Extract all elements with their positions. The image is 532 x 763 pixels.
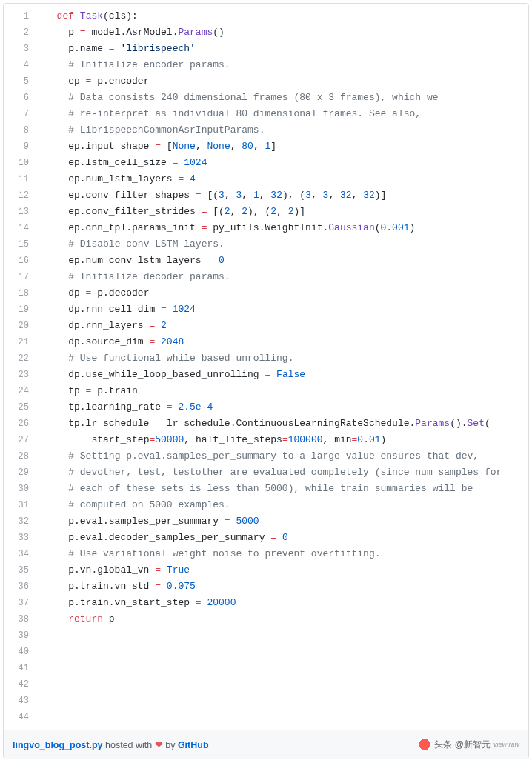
line-number[interactable]: 16 [4,253,38,269]
line-number[interactable]: 22 [4,350,38,367]
github-link[interactable]: GitHub [178,740,209,750]
line-number[interactable]: 33 [4,530,38,546]
hosted-text: hosted with [103,740,155,750]
line-number[interactable]: 13 [4,204,38,220]
code-line: dp = p.decoder [38,285,528,301]
code-line: # Data consists 240 dimensional frames (… [38,90,528,106]
code-line: tp.learning_rate = 2.5e-4 [38,399,528,416]
line-number[interactable]: 39 [4,627,38,644]
line-number[interactable]: 19 [4,301,38,318]
line-number[interactable]: 43 [4,693,38,709]
watermark: 头条 @新智元 view raw [418,738,519,751]
code-line: # re-interpret as individual 80 dimensio… [38,106,528,122]
code-line: p.eval.decoder_samples_per_summary = 0 [38,530,528,546]
line-number[interactable]: 3 [4,41,38,57]
code-line: ep = p.encoder [38,73,528,90]
line-number[interactable]: 25 [4,399,38,416]
code-line: start_step=50000, half_life_steps=100000… [38,432,528,448]
meta-left: lingvo_blog_post.py hosted with ❤ by Git… [13,739,209,750]
code-line: p.eval.samples_per_summary = 5000 [38,513,528,530]
line-number[interactable]: 17 [4,269,38,285]
line-number[interactable]: 24 [4,383,38,399]
code-area: 1234567891011121314151617181920212223242… [4,4,528,730]
line-number[interactable]: 6 [4,90,38,106]
code-line: # Initialize decoder params. [38,269,528,285]
line-number[interactable]: 41 [4,660,38,676]
watermark-small: view raw [493,741,519,748]
gist-container: 1234567891011121314151617181920212223242… [3,3,529,759]
line-number[interactable]: 8 [4,122,38,139]
filename-link[interactable]: lingvo_blog_post.py [13,740,103,750]
line-number[interactable]: 5 [4,73,38,90]
line-number[interactable]: 34 [4,546,38,562]
code-line: p.train.vn_std = 0.075 [38,579,528,595]
heart-icon: ❤ [155,740,163,750]
line-number[interactable]: 20 [4,318,38,334]
code-line: p = model.AsrModel.Params() [38,24,528,41]
code-line: # Setting p.eval.samples_per_summary to … [38,448,528,464]
line-number[interactable]: 7 [4,106,38,122]
line-number[interactable]: 31 [4,497,38,513]
line-number[interactable]: 12 [4,187,38,204]
by-text: by [163,740,178,750]
code-line: tp = p.train [38,383,528,399]
watermark-prefix: 头条 [434,739,452,751]
line-number[interactable]: 26 [4,416,38,432]
code-line: ep.conv_filter_strides = [(2, 2), (2, 2)… [38,204,528,220]
line-number[interactable]: 15 [4,236,38,253]
code-line: dp.source_dim = 2048 [38,334,528,350]
code-line: dp.rnn_layers = 2 [38,318,528,334]
line-number[interactable]: 32 [4,513,38,530]
line-number[interactable]: 27 [4,432,38,448]
line-number[interactable]: 14 [4,220,38,236]
code-line: ep.lstm_cell_size = 1024 [38,155,528,171]
line-number[interactable]: 42 [4,676,38,693]
code-line: ep.input_shape = [None, None, 80, 1] [38,139,528,155]
line-number[interactable]: 23 [4,367,38,383]
code-line: # each of these sets is less than 5000),… [38,481,528,497]
line-number[interactable]: 36 [4,579,38,595]
watermark-icon [418,738,431,751]
line-number[interactable]: 37 [4,595,38,611]
code-line: tp.lr_schedule = lr_schedule.ContinuousL… [38,416,528,432]
code-line: dp.rnn_cell_dim = 1024 [38,301,528,318]
gist-meta-bar: lingvo_blog_post.py hosted with ❤ by Git… [4,730,528,759]
code-line: ep.conv_filter_shapes = [(3, 3, 1, 32), … [38,187,528,204]
line-number[interactable]: 28 [4,448,38,464]
code-line: # devother, test, testother are evaluate… [38,464,528,481]
line-number[interactable]: 11 [4,171,38,187]
line-number[interactable]: 44 [4,709,38,725]
code-line: def Task(cls): [38,8,528,24]
code-line: # Use functional while based unrolling. [38,350,528,367]
line-number[interactable]: 29 [4,464,38,481]
code-line: # Initialize encoder params. [38,57,528,73]
code-lines: def Task(cls): p = model.AsrModel.Params… [38,4,528,730]
line-number[interactable]: 9 [4,139,38,155]
code-line: # LibrispeechCommonAsrInputParams. [38,122,528,139]
watermark-handle: @新智元 [455,739,491,751]
code-line: p.name = 'librispeech' [38,41,528,57]
line-number[interactable]: 1 [4,8,38,24]
code-line: # Use variational weight noise to preven… [38,546,528,562]
line-number[interactable]: 40 [4,644,38,660]
line-number[interactable]: 21 [4,334,38,350]
line-number[interactable]: 10 [4,155,38,171]
line-number[interactable]: 2 [4,24,38,41]
code-line: ep.num_lstm_layers = 4 [38,171,528,187]
code-line: # computed on 5000 examples. [38,497,528,513]
line-number[interactable]: 35 [4,562,38,579]
code-line: dp.use_while_loop_based_unrolling = Fals… [38,367,528,383]
line-number-gutter: 1234567891011121314151617181920212223242… [4,4,38,730]
code-line: return p [38,611,528,627]
line-number[interactable]: 18 [4,285,38,301]
line-number[interactable]: 30 [4,481,38,497]
code-line: ep.num_conv_lstm_layers = 0 [38,253,528,269]
code-line: ep.cnn_tpl.params_init = py_utils.Weight… [38,220,528,236]
line-number[interactable]: 38 [4,611,38,627]
code-line: # Disable conv LSTM layers. [38,236,528,253]
line-number[interactable]: 4 [4,57,38,73]
code-line: p.vn.global_vn = True [38,562,528,579]
code-line: p.train.vn_start_step = 20000 [38,595,528,611]
